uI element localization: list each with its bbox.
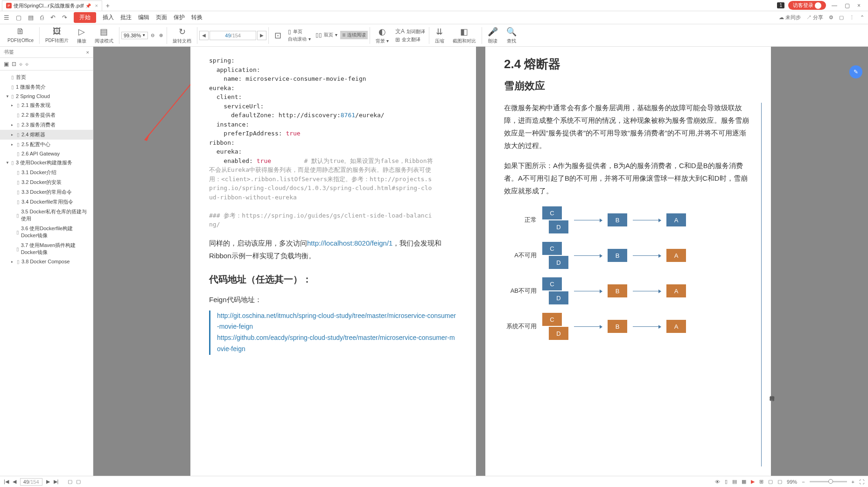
menu-protect[interactable]: 保护 [174,14,185,21]
bookmark-item[interactable]: ▸▯2.4 熔断器 [0,130,93,140]
pdf-viewport[interactable]: ✎ spring: application: name: microservic… [93,47,868,476]
print-icon[interactable]: ⎙ [40,14,44,21]
zoom-out-icon[interactable]: ⊖ [149,33,156,38]
expand-icon[interactable]: ⌃ [860,14,864,21]
crop-tool-button[interactable]: ⊡ [271,29,285,42]
close-tab-icon[interactable]: × [95,3,98,8]
bookmark-item[interactable]: ▼▯2 Spring Cloud [0,92,93,100]
bookmark-item[interactable]: ▯3.6 使用Dockerfile构建Docker镜像 [0,224,93,240]
sidebar-tool3-icon[interactable]: ⟐ [19,61,22,67]
page-input[interactable]: 49/154 [210,31,256,40]
float-action-icon[interactable]: ✎ [849,65,862,78]
full-translate-button[interactable]: ⊞全文翻译 [393,36,427,43]
bookmark-item[interactable]: ▯3.7 使用Maven插件构建Docker镜像 [0,240,93,257]
word-translate-button[interactable]: 文A划词翻译 [393,28,427,35]
bookmark-item[interactable]: ▸▯3.8 Docker Compose [0,257,93,266]
layout3-icon[interactable]: ▢ [777,479,782,485]
github-link[interactable]: https://github.com/eacdy/spring-cloud-st… [217,332,457,355]
cloud-sync-icon[interactable]: ☁ 未同步 [779,14,801,21]
undo-icon[interactable]: ↶ [50,14,56,21]
minimize-button[interactable]: — [830,2,839,9]
status-bar: |◀ ◀ 49/154 ▶ ▶| ▢ ▢ 👁 ▯ ▤ ▦ ▶ ⊞ ▢ ▢ 99%… [0,476,868,487]
menu-page[interactable]: 页面 [156,14,167,21]
read-aloud-button[interactable]: 🎤朗读 [484,26,502,45]
layout1-icon[interactable]: ⊞ [759,479,763,485]
last-page-icon[interactable]: ▶| [54,479,59,485]
status-icon2[interactable]: ▢ [76,479,81,485]
pin-icon[interactable]: 📌 [85,3,91,8]
menu-convert[interactable]: 转换 [191,14,203,21]
next-page-button[interactable]: ▶ [257,31,266,40]
view-mode3-icon[interactable]: ▦ [742,479,746,485]
bookmark-item[interactable]: ▸▯2.3 服务消费者 [0,120,93,130]
bookmark-item[interactable]: ▯3.4 Dockerfile常用指令 [0,197,93,207]
redo-icon[interactable]: ↷ [62,14,67,21]
view-mode1-icon[interactable]: ▯ [725,479,728,485]
zoom-select[interactable]: 99.38%▼ [121,32,148,39]
auto-scroll-button[interactable]: 自动滚动 ▾ [286,36,313,42]
status-icon1[interactable]: ▢ [68,479,72,485]
bookmark-item[interactable]: ▼▯3 使用Docker构建微服务 [0,158,93,168]
sidebar-tool1-icon[interactable]: ▣ [4,61,9,67]
prev-page-icon[interactable]: ◀ [13,479,16,485]
bookmark-item[interactable]: ▸▯2.5 配置中心 [0,140,93,149]
localhost-link[interactable]: http://localhost:8020/feign/1 [307,239,392,247]
menu-insert[interactable]: 插入 [103,14,114,21]
settings-icon[interactable]: ⚙ [829,14,833,21]
read-mode-button[interactable]: ▤阅读模式 [91,26,117,45]
double-page-button[interactable]: ▯▯双页 ▾ [314,32,339,38]
pdf-to-office-button[interactable]: 🗎PDF转Office [4,26,37,45]
menu-start[interactable]: 开始 [74,12,96,23]
play-status-icon[interactable]: ▶ [751,479,755,485]
menu-icon[interactable]: ☰ [4,14,9,21]
zoom-in-icon[interactable]: ⊕ [157,33,165,38]
bookmark-item[interactable]: ▸▯2.1 服务发现 [0,100,93,110]
close-sidebar-icon[interactable]: × [86,49,89,55]
more-icon[interactable]: ⋮ [849,14,854,21]
save-icon[interactable]: ▤ [28,14,34,21]
maximize-button[interactable]: ▢ [843,2,852,9]
play-button[interactable]: ▷播放 [73,26,90,45]
guest-login-button[interactable]: 访客登录 [788,1,826,10]
crop-compare-button[interactable]: ◧截图和对比 [449,26,480,45]
bookmark-item[interactable]: ▯首页 [0,72,93,82]
open-icon[interactable]: ▢ [16,14,21,21]
menu-annotate[interactable]: 批注 [120,14,132,21]
zoom-out-status[interactable]: − [802,479,805,485]
new-tab-button[interactable]: + [102,2,113,9]
fullscreen-icon[interactable]: ⛶ [859,479,864,485]
bookmark-item[interactable]: ▯3.5 Docker私有仓库的搭建与使用 [0,207,93,224]
bookmark-item[interactable]: ▯2.6 API Gateway [0,149,93,158]
status-page-input[interactable]: 49/154 [20,478,42,486]
rotate-button[interactable]: ↻旋转文档 [169,26,195,45]
oschina-link[interactable]: http://git.oschina.net/itmuch/spring-clo… [217,311,457,333]
share-icon[interactable]: ↗ 分享 [806,14,823,21]
bookmark-item[interactable]: ▯1 微服务简介 [0,82,93,92]
first-page-icon[interactable]: |◀ [4,479,9,485]
find-button[interactable]: 🔍查找 [503,26,520,45]
bookmark-item[interactable]: ▯3.2 Docker的安装 [0,177,93,187]
prev-page-button[interactable]: ◀ [199,31,209,40]
zoom-slider[interactable] [810,481,847,482]
zoom-in-status[interactable]: + [852,479,854,485]
sidebar-tool4-icon[interactable]: ⟐ [25,61,28,67]
close-window-button[interactable]: × [855,2,862,9]
continuous-read-button[interactable]: ≡连续阅读 [340,31,368,39]
menu-edit[interactable]: 编辑 [138,14,149,21]
view-mode2-icon[interactable]: ▤ [732,479,737,485]
bookmark-item[interactable]: ▯2.2 服务提供者 [0,110,93,120]
eye-icon[interactable]: 👁 [715,479,720,485]
notification-badge[interactable]: 1 [777,2,784,8]
time-axis [761,103,762,466]
skin-icon[interactable]: ▢ [839,14,844,21]
single-page-button[interactable]: ▯单页 [286,28,313,35]
bookmark-item[interactable]: ▯3.1 Docker介绍 [0,168,93,177]
document-tab[interactable]: P 使用SpringCl...r实战微服务.pdf 📌 × [2,0,102,11]
pdf-to-image-button[interactable]: 🖼PDF转图片 [42,26,72,45]
sidebar-tool2-icon[interactable]: ⊡ [12,61,16,67]
background-button[interactable]: ◐背景 ▾ [372,26,392,45]
layout2-icon[interactable]: ▢ [768,479,773,485]
next-page-icon[interactable]: ▶ [46,479,50,485]
bookmark-item[interactable]: ▯3.3 Docker的常用命令 [0,187,93,197]
compress-button[interactable]: ⇊压缩 [431,26,448,45]
